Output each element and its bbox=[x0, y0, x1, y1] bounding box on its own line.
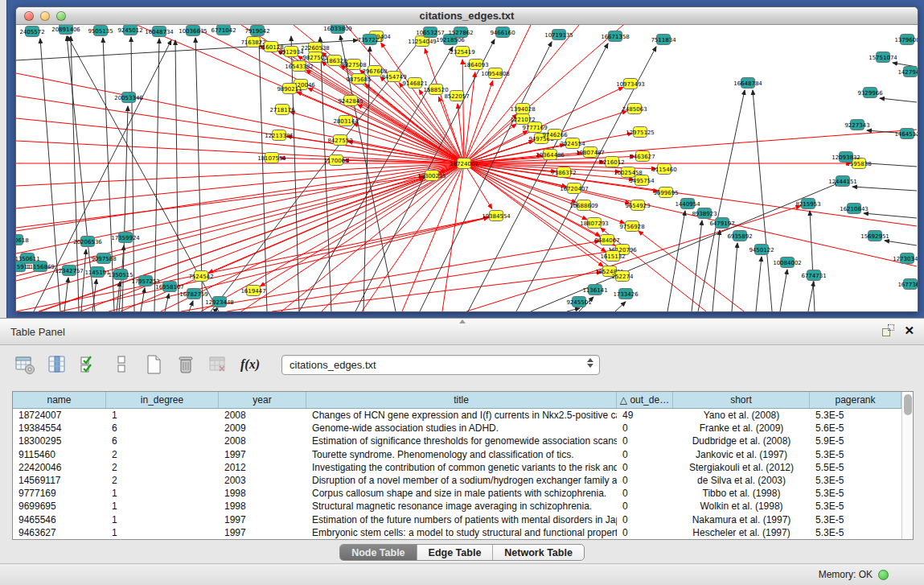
column-header-name[interactable]: name bbox=[13, 392, 106, 408]
graph-node[interactable]: 1350515 bbox=[108, 270, 133, 280]
graph-node[interactable]: 10036635 bbox=[179, 26, 207, 36]
graph-node[interactable]: 9245501 bbox=[566, 297, 591, 307]
graph-node[interactable]: 1145191 bbox=[84, 267, 109, 278]
column-header-out_de[interactable]: △ out_de… bbox=[617, 392, 673, 408]
graph-node[interactable]: 2405572 bbox=[19, 27, 44, 37]
graph-node[interactable]: 9466160 bbox=[490, 27, 515, 38]
graph-node[interactable]: 9654923 bbox=[625, 200, 650, 211]
graph-node-label: 1677364 bbox=[897, 282, 918, 288]
float-panel-icon[interactable] bbox=[882, 324, 894, 336]
graph-node[interactable]: 9115460 bbox=[651, 164, 676, 175]
graph-node[interactable]: 7919042 bbox=[244, 26, 269, 36]
network-canvas[interactable]: 1872400771638228160128891293422260538982… bbox=[16, 25, 918, 311]
tab-edge-table[interactable]: Edge Table bbox=[417, 545, 494, 560]
network-view-window[interactable]: citations_edges.txt 18724007716382281601… bbox=[15, 6, 918, 312]
graph-node[interactable]: 10973493 bbox=[616, 79, 645, 89]
graph-node[interactable]: 1427946 bbox=[897, 67, 918, 77]
create-new-column-button[interactable] bbox=[142, 352, 166, 377]
tab-network-table[interactable]: Network Table bbox=[493, 545, 584, 560]
graph-node[interactable]: 15692951 bbox=[860, 231, 889, 241]
graph-node[interactable]: 1464512 bbox=[894, 129, 918, 139]
graph-node[interactable]: 6479197 bbox=[709, 218, 734, 229]
graph-node[interactable]: 19384554 bbox=[482, 211, 511, 221]
graph-node[interactable]: 1136141 bbox=[582, 285, 607, 295]
column-header-in_degree[interactable]: in_degree bbox=[106, 392, 219, 408]
graph-node[interactable]: 1677364 bbox=[897, 279, 918, 290]
show-hide-columns-button[interactable] bbox=[45, 352, 69, 377]
graph-node[interactable]: 7511834 bbox=[651, 35, 676, 45]
memory-status-icon[interactable] bbox=[878, 570, 889, 580]
table-row[interactable]: 946554611997Estimation of the future num… bbox=[13, 513, 901, 526]
column-header-pagerank[interactable]: pagerank bbox=[810, 392, 901, 408]
tab-node-table[interactable]: Node Table bbox=[340, 545, 417, 560]
select-all-button[interactable] bbox=[77, 352, 101, 377]
table-row[interactable]: 977716911998Corpus callosum shape and si… bbox=[13, 487, 901, 500]
graph-node[interactable]: 6774731 bbox=[801, 270, 826, 281]
scrollbar-thumb[interactable] bbox=[904, 394, 912, 415]
cell-name: 22420046 bbox=[13, 461, 106, 474]
graph-node[interactable]: 1440954 bbox=[675, 199, 700, 209]
graph-node[interactable]: 12975125 bbox=[626, 127, 655, 138]
delete-table-button[interactable] bbox=[206, 352, 230, 377]
graph-node[interactable]: 1150618 bbox=[16, 235, 29, 245]
table-row[interactable]: 1456911722003Disruption of a novel membe… bbox=[13, 474, 901, 487]
graph-node[interactable]: 15751074 bbox=[869, 52, 897, 63]
graph-node[interactable]: 10084002 bbox=[773, 257, 802, 268]
table-row[interactable]: 2242004622012Investigating the contribut… bbox=[13, 461, 901, 474]
graph-node[interactable]: 9699695 bbox=[653, 187, 678, 198]
column-header-title[interactable]: title bbox=[306, 392, 617, 408]
table-row[interactable]: 1938455462009Genome-wide association stu… bbox=[13, 422, 901, 435]
change-table-mode-button[interactable] bbox=[13, 352, 37, 377]
graph-node[interactable]: 16048734 bbox=[145, 27, 174, 37]
network-window-titlebar[interactable]: citations_edges.txt bbox=[16, 7, 918, 25]
table-selector-dropdown[interactable]: citations_edges.txt bbox=[281, 355, 600, 375]
graph-node[interactable]: 1379600 bbox=[894, 35, 918, 45]
graph-node[interactable]: 6771042 bbox=[211, 25, 236, 35]
table-vertical-scrollbar[interactable] bbox=[901, 392, 913, 539]
graph-node[interactable]: 8215953 bbox=[795, 199, 820, 209]
graph-node[interactable]: 9505135 bbox=[88, 26, 113, 36]
graph-node[interactable]: 9329966 bbox=[857, 88, 883, 98]
graph-node[interactable]: 9245012 bbox=[117, 25, 142, 35]
graph-node[interactable]: 10719135 bbox=[544, 30, 573, 40]
splitter-grip-icon[interactable] bbox=[459, 319, 466, 323]
graph-node-label: 1527862 bbox=[448, 30, 473, 36]
unselect-all-button[interactable] bbox=[109, 352, 133, 377]
delete-columns-button[interactable] bbox=[174, 352, 198, 377]
table-row[interactable]: 911546021997Tourette syndrome. Phenomeno… bbox=[13, 448, 901, 461]
graph-node[interactable]: 18807293 bbox=[580, 218, 609, 229]
graph-node[interactable]: 8938923 bbox=[692, 208, 717, 219]
graph-node[interactable]: 1733426 bbox=[613, 289, 639, 299]
table-row[interactable]: 1830029562008Estimation of significance … bbox=[13, 435, 901, 447]
graph-node[interactable]: 12923448 bbox=[205, 297, 234, 307]
graph-node[interactable]: 1864093 bbox=[463, 60, 488, 70]
graph-node[interactable]: 10807487 bbox=[576, 147, 605, 158]
graph-node[interactable]: 12444151 bbox=[828, 176, 857, 187]
graph-node[interactable]: 16671358 bbox=[601, 31, 630, 42]
graph-node[interactable]: 16033809 bbox=[323, 25, 352, 34]
graph-node[interactable]: 20891406 bbox=[51, 25, 80, 35]
graph-edge bbox=[732, 243, 737, 311]
table-row[interactable]: 1872400712008Changes of HCN gene express… bbox=[13, 409, 901, 422]
graph-node[interactable]: 9463627 bbox=[630, 151, 655, 162]
function-builder-button[interactable]: f(x) bbox=[238, 352, 262, 377]
graph-edge bbox=[808, 282, 814, 311]
close-panel-icon[interactable]: ✕ bbox=[904, 324, 914, 336]
graph-node[interactable]: 9450122 bbox=[749, 245, 774, 255]
graph-node[interactable]: 20206536 bbox=[73, 237, 102, 247]
column-header-year[interactable]: year bbox=[219, 392, 306, 408]
table-row[interactable]: 946362711997Embryonic stem cells: a mode… bbox=[13, 526, 901, 539]
graph-node[interactable]: 20364486 bbox=[536, 150, 565, 160]
table-row[interactable]: 969969511998Structural magnetic resonanc… bbox=[13, 500, 901, 513]
graph-node[interactable]: 2718176 bbox=[269, 105, 295, 115]
graph-node[interactable]: 16210643 bbox=[840, 204, 869, 214]
graph-node[interactable]: 16648784 bbox=[733, 78, 762, 89]
graph-node[interactable]: 6935892 bbox=[727, 231, 752, 241]
graph-node[interactable]: 12213386 bbox=[265, 130, 294, 141]
graph-node[interactable]: 12342757 bbox=[55, 266, 84, 276]
graph-node[interactable]: 3024554 bbox=[560, 138, 585, 149]
graph-node[interactable]: 9227343 bbox=[844, 120, 869, 130]
cell-year: 2009 bbox=[219, 422, 306, 435]
column-header-short[interactable]: short bbox=[673, 392, 810, 408]
graph-node[interactable]: 2325419 bbox=[450, 47, 474, 57]
